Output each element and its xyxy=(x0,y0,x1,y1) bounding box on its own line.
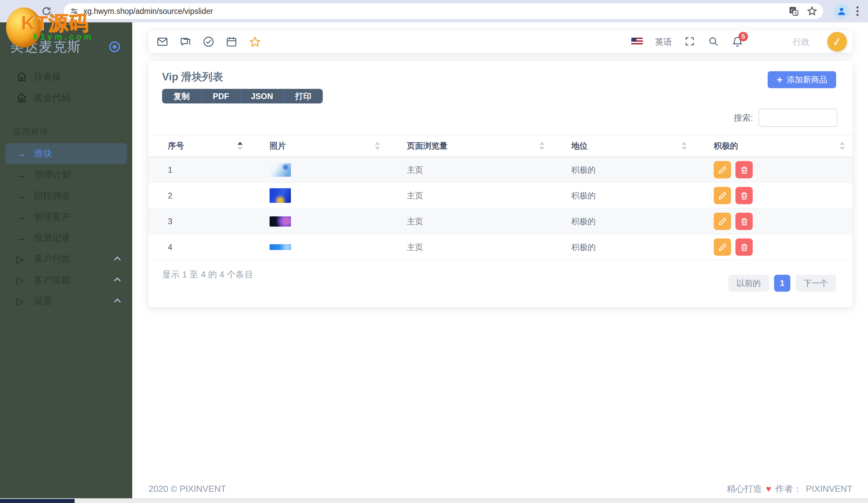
slider-thumbnail[interactable] xyxy=(270,188,291,203)
play-triangle-icon: ▷ xyxy=(16,274,34,286)
language-selector[interactable]: 英语 xyxy=(655,36,672,48)
previous-page-button[interactable]: 以前的 xyxy=(728,275,769,292)
sort-icons[interactable] xyxy=(839,142,845,150)
chat-icon[interactable] xyxy=(180,36,191,48)
table-row: 1 主页 积极的 xyxy=(148,157,852,183)
user-role-label[interactable]: 行政 xyxy=(793,36,810,48)
sort-icons[interactable] xyxy=(237,142,243,150)
arrow-right-icon: → xyxy=(16,169,34,181)
sidebar-item-manage-plans[interactable]: → 管理计划 xyxy=(0,164,132,185)
sidebar-item-manage-customers[interactable]: → 管理客户 xyxy=(0,206,132,227)
column-status[interactable]: 地位 xyxy=(552,135,694,157)
sidebar-item-customer-payments[interactable]: ▷ 客户付款 xyxy=(0,248,132,269)
menu-collapse-toggle-icon[interactable] xyxy=(109,41,120,52)
edit-button[interactable] xyxy=(714,213,731,230)
notifications-bell-icon[interactable]: 5 xyxy=(732,36,743,48)
sidebar: 美达麦克斯 仪表板 奖金代码 应用程序 → 滑块 → xyxy=(0,22,132,498)
pdf-button[interactable]: PDF xyxy=(202,89,241,103)
delete-button[interactable] xyxy=(735,213,753,230)
row-status: 积极的 xyxy=(552,183,694,208)
delete-button[interactable] xyxy=(735,187,753,204)
export-button-group: 复制 PDF JSON 打印 xyxy=(162,89,323,103)
address-bar[interactable]: xg.hwym.shop/admin/source/vipslider G 文 xyxy=(64,3,823,19)
mail-icon[interactable] xyxy=(157,36,168,48)
table-header-row: 序号 照片 页面浏览量 地位 积极的 xyxy=(148,135,852,157)
table-info-text: 显示 1 至 4 的 4 个条目 xyxy=(162,269,253,280)
chevron-up-icon xyxy=(114,256,121,263)
sidebar-item-dashboard[interactable]: 仪表板 xyxy=(0,66,132,87)
author-name: PIXINVENT xyxy=(806,484,852,494)
fullscreen-icon[interactable] xyxy=(684,36,696,48)
notification-count-badge: 5 xyxy=(738,32,748,41)
browser-menu-icon[interactable] xyxy=(853,4,862,18)
sidebar-item-customer-withdrawals[interactable]: ▷ 客户提款 xyxy=(0,269,132,290)
user-avatar[interactable]: ✓ xyxy=(826,31,848,53)
search-icon[interactable] xyxy=(708,36,720,48)
column-serial[interactable]: 序号 xyxy=(148,135,250,157)
favorite-star-icon[interactable] xyxy=(249,36,260,48)
row-serial: 4 xyxy=(148,234,250,260)
delete-button[interactable] xyxy=(735,161,753,178)
edit-button[interactable] xyxy=(714,187,731,204)
translate-icon[interactable]: G 文 xyxy=(789,6,799,16)
horizontal-scrollbar[interactable] xyxy=(0,498,868,503)
home-icon xyxy=(16,71,34,82)
back-icon[interactable]: ← xyxy=(6,6,24,17)
arrow-right-icon: → xyxy=(16,211,34,223)
sort-icons[interactable] xyxy=(682,142,687,150)
search-label: 搜索: xyxy=(734,112,753,123)
table-search-input[interactable] xyxy=(758,109,837,127)
slider-thumbnail[interactable] xyxy=(270,244,291,250)
browser-profile-avatar[interactable] xyxy=(834,4,849,19)
row-serial: 3 xyxy=(148,208,250,234)
page-title: Vip 滑块列表 xyxy=(162,70,223,84)
row-status: 积极的 xyxy=(552,208,694,234)
row-page: 主页 xyxy=(388,183,552,208)
sidebar-item-settings[interactable]: ▷ 设置 xyxy=(0,290,132,311)
us-flag-icon[interactable] xyxy=(631,38,643,46)
table-row: 2 主页 积极的 xyxy=(148,183,852,208)
column-pageviews[interactable]: 页面浏览量 xyxy=(388,135,552,157)
slider-thumbnail[interactable] xyxy=(270,163,291,177)
edit-button[interactable] xyxy=(714,161,731,178)
brand-title: 美达麦克斯 xyxy=(10,37,81,56)
json-button[interactable]: JSON xyxy=(241,89,283,103)
column-active[interactable]: 积极的 xyxy=(694,135,852,157)
chevron-up-icon xyxy=(114,298,121,305)
sidebar-item-rebate-commission[interactable]: → 回扣佣金 xyxy=(0,185,132,206)
calendar-icon[interactable] xyxy=(226,36,237,48)
made-with-text: 精心打造 xyxy=(727,483,762,495)
vip-slider-card: Vip 滑块列表 复制 PDF JSON 打印 + 添加新商品 搜索: 序号 xyxy=(148,61,852,307)
column-photo[interactable]: 照片 xyxy=(250,135,388,157)
row-status: 积极的 xyxy=(552,157,694,183)
pagination: 以前的 1 下一个 xyxy=(728,275,836,292)
next-page-button[interactable]: 下一个 xyxy=(795,275,836,292)
print-button[interactable]: 打印 xyxy=(283,89,323,103)
copy-button[interactable]: 复制 xyxy=(162,89,202,103)
arrow-right-icon: → xyxy=(16,148,34,160)
forward-icon[interactable]: → xyxy=(24,6,41,17)
page-footer: 2020 © PIXINVENT 精心打造 ♥ 作者： PIXINVENT xyxy=(148,483,852,495)
scrollbar-thumb[interactable] xyxy=(0,499,75,503)
slider-table: 序号 照片 页面浏览量 地位 积极的 1 xyxy=(148,135,852,260)
edit-button[interactable] xyxy=(714,238,731,256)
row-page: 主页 xyxy=(388,157,552,183)
delete-button[interactable] xyxy=(735,238,753,256)
site-info-icon[interactable] xyxy=(70,7,79,16)
sidebar-item-bonus-code[interactable]: 奖金代码 xyxy=(0,87,132,108)
current-page-button[interactable]: 1 xyxy=(774,275,790,292)
check-circle-icon[interactable] xyxy=(203,36,214,48)
bookmark-star-icon[interactable] xyxy=(807,6,817,16)
browser-toolbar: ← → xg.hwym.shop/admin/source/vipslider … xyxy=(0,0,868,22)
sidebar-item-investment-records[interactable]: → 投资记录 xyxy=(0,227,132,248)
add-new-product-button[interactable]: + 添加新商品 xyxy=(768,71,836,88)
slider-thumbnail[interactable] xyxy=(270,216,291,227)
sort-icons[interactable] xyxy=(539,142,545,150)
top-navbar: 英语 5 行政 ✓ xyxy=(148,31,852,53)
reload-icon[interactable] xyxy=(41,6,59,16)
sort-icons[interactable] xyxy=(375,142,380,150)
url-text[interactable]: xg.hwym.shop/admin/source/vipslider xyxy=(83,7,785,16)
sidebar-item-slider[interactable]: → 滑块 xyxy=(6,143,127,164)
table-row: 4 主页 积极的 xyxy=(148,234,852,260)
chevron-up-icon xyxy=(114,277,121,284)
